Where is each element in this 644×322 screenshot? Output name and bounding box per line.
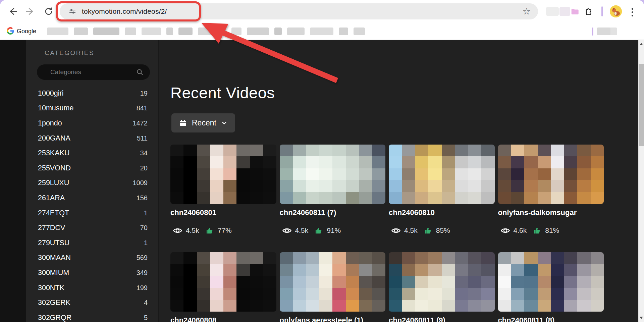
views-count: 4.6k bbox=[514, 226, 527, 234]
mosaic-cell bbox=[250, 156, 263, 168]
video-thumbnail[interactable] bbox=[170, 145, 276, 204]
mosaic-cell bbox=[319, 156, 332, 168]
category-item[interactable]: 279UTSU 1 bbox=[26, 235, 158, 251]
category-name: 300MIUM bbox=[38, 269, 69, 277]
reload-icon[interactable] bbox=[44, 6, 54, 16]
category-item[interactable]: 1000giri 19 bbox=[26, 86, 158, 101]
mosaic-cell bbox=[551, 145, 564, 156]
mosaic-cell bbox=[564, 168, 577, 180]
category-item[interactable]: 300MAAN 569 bbox=[26, 251, 158, 266]
category-item[interactable]: 259LUXU 1009 bbox=[26, 176, 158, 191]
mosaic-cell bbox=[428, 192, 441, 204]
mosaic-cell bbox=[372, 252, 385, 264]
mosaic-cell bbox=[511, 252, 524, 264]
mosaic-cell bbox=[402, 168, 415, 180]
mosaic-cell bbox=[359, 276, 372, 288]
mosaic-cell bbox=[455, 300, 468, 312]
video-title[interactable]: chn24060811 (9) bbox=[389, 316, 495, 322]
category-item[interactable]: 1pondo 1472 bbox=[26, 116, 158, 131]
category-item[interactable]: 10musume 841 bbox=[26, 101, 158, 116]
video-card: chn24060801 4.5k 77% bbox=[170, 145, 276, 234]
mosaic-cell bbox=[428, 156, 441, 168]
mosaic-cell bbox=[428, 145, 441, 156]
mosaic-cell bbox=[280, 192, 293, 204]
mosaic-cell bbox=[455, 192, 468, 204]
category-name: 300NTK bbox=[38, 284, 64, 292]
category-item[interactable]: 302GERK 4 bbox=[26, 295, 158, 310]
page-title: Recent Videos bbox=[170, 84, 275, 102]
mosaic-cell bbox=[346, 288, 359, 300]
thumbs-up-icon bbox=[533, 227, 541, 234]
folder-icon[interactable] bbox=[571, 7, 579, 16]
views-count: 4.5k bbox=[404, 226, 418, 234]
video-title[interactable]: chn24060801 bbox=[170, 208, 276, 217]
categories-search-input[interactable] bbox=[37, 68, 137, 76]
mosaic-cell bbox=[498, 300, 511, 312]
mosaic-cell bbox=[538, 252, 551, 264]
sort-dropdown-button[interactable]: Recent bbox=[171, 113, 235, 132]
forward-icon[interactable] bbox=[25, 6, 36, 16]
category-item[interactable]: 300MIUM 349 bbox=[26, 265, 158, 280]
video-thumbnail[interactable] bbox=[280, 252, 386, 312]
blurred-bookmark-item bbox=[93, 28, 119, 35]
mosaic-cell bbox=[468, 264, 481, 276]
mosaic-cell bbox=[263, 252, 276, 264]
mosaic-cell bbox=[389, 156, 402, 168]
mosaic-cell bbox=[359, 252, 372, 264]
mosaic-cell bbox=[415, 264, 428, 276]
video-title[interactable]: chn24060811 (8) bbox=[498, 316, 604, 322]
mosaic-cell bbox=[577, 276, 590, 288]
category-name: 1pondo bbox=[38, 119, 62, 127]
video-thumbnail[interactable] bbox=[389, 252, 495, 312]
back-icon[interactable] bbox=[7, 6, 17, 16]
bookmark-star-icon[interactable]: ☆ bbox=[523, 7, 531, 16]
video-thumbnail[interactable] bbox=[498, 252, 604, 312]
browser-menu-icon[interactable] bbox=[632, 8, 633, 16]
category-item[interactable]: 277DCV 70 bbox=[26, 220, 158, 235]
extensions-puzzle-icon[interactable] bbox=[584, 7, 593, 16]
bookmark-google[interactable]: Google bbox=[17, 28, 36, 35]
mosaic-cell bbox=[319, 300, 332, 312]
page-scrollbar[interactable] bbox=[638, 40, 644, 322]
bookmarks-divider bbox=[592, 28, 593, 36]
scrollbar-up-arrow[interactable] bbox=[640, 43, 643, 45]
mosaic-cell bbox=[170, 168, 183, 180]
category-item[interactable]: 255VOND 20 bbox=[26, 161, 158, 176]
video-stats: 4.5k 91% bbox=[280, 226, 386, 234]
category-item[interactable]: 300NTK 199 bbox=[26, 280, 158, 296]
video-thumbnail[interactable] bbox=[389, 145, 495, 204]
mosaic-cell bbox=[293, 180, 306, 192]
category-item[interactable]: 253KAKU 34 bbox=[26, 146, 158, 161]
mosaic-cell bbox=[359, 145, 372, 156]
blurred-extension bbox=[546, 7, 559, 16]
mosaic-cell bbox=[319, 180, 332, 192]
category-item[interactable]: 261ARA 156 bbox=[26, 191, 158, 206]
video-thumbnail[interactable] bbox=[498, 145, 604, 204]
video-title[interactable]: onlyfans aeressteele (1) bbox=[280, 316, 386, 322]
video-title[interactable]: chn24060810 bbox=[389, 208, 495, 217]
mosaic-cell bbox=[332, 168, 345, 180]
scrollbar-down-arrow[interactable] bbox=[640, 317, 643, 319]
mosaic-cell bbox=[442, 145, 455, 156]
video-title[interactable]: onlyfans-dalkomsugar bbox=[498, 208, 604, 217]
mosaic-cell bbox=[455, 264, 468, 276]
mosaic-cell bbox=[468, 276, 481, 288]
category-item[interactable]: 200GANA 511 bbox=[26, 131, 158, 146]
likes-percent: 85% bbox=[436, 226, 450, 234]
video-thumbnail[interactable] bbox=[170, 252, 276, 312]
mosaic-cell bbox=[511, 156, 524, 168]
category-item[interactable]: 274ETQT 1 bbox=[26, 206, 158, 221]
video-thumbnail[interactable] bbox=[280, 145, 386, 204]
category-item[interactable]: 302GRQR 5 bbox=[26, 310, 158, 322]
profile-avatar[interactable] bbox=[610, 5, 622, 17]
blurred-bookmark-item bbox=[178, 28, 193, 35]
categories-search[interactable] bbox=[37, 64, 150, 80]
video-title[interactable]: chn24060811 (7) bbox=[280, 208, 386, 217]
mosaic-cell bbox=[468, 192, 481, 204]
mosaic-cell bbox=[372, 288, 385, 300]
mosaic-cell bbox=[415, 288, 428, 300]
mosaic-cell bbox=[524, 192, 537, 204]
video-title[interactable]: chn24060808 bbox=[170, 316, 276, 322]
mosaic-cell bbox=[183, 252, 197, 264]
scrollbar-thumb[interactable] bbox=[639, 64, 644, 146]
